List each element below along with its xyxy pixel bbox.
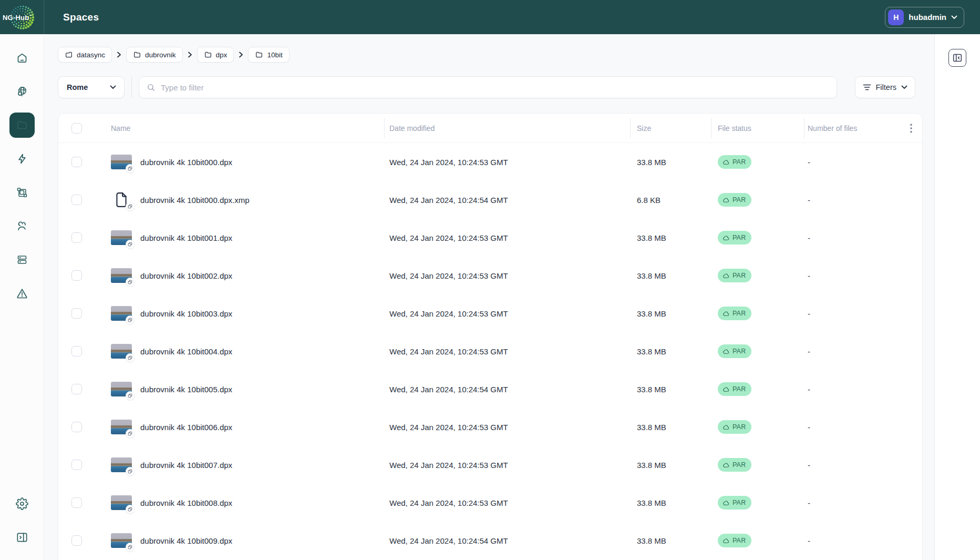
date-modified: Wed, 24 Jan 2024, 10:24:53 GMT: [384, 271, 630, 280]
sidebar-item-settings[interactable]: [5, 487, 39, 521]
row-checkbox[interactable]: [71, 157, 82, 167]
file-icon-wrap: [111, 192, 132, 207]
table-row[interactable]: dubrovnik 4k 10bit005.dpx Wed, 24 Jan 20…: [58, 370, 922, 408]
status-label: PAR: [733, 310, 746, 317]
panel-collapse-icon: [952, 52, 963, 64]
table-row[interactable]: dubrovnik 4k 10bit009.dpx Wed, 24 Jan 20…: [58, 522, 922, 559]
row-checkbox[interactable]: [71, 497, 82, 508]
table-row[interactable]: dubrovnik 4k 10bit004.dpx Wed, 24 Jan 20…: [58, 332, 922, 370]
file-name: dubrovnik 4k 10bit000.dpx.xmp: [140, 196, 250, 205]
copies-badge: [126, 391, 135, 400]
logo-text: NG-Hub™: [3, 13, 33, 21]
status-badge: PAR: [718, 193, 751, 207]
status-badge: PAR: [718, 344, 751, 358]
row-checkbox[interactable]: [71, 346, 82, 357]
date-modified: Wed, 24 Jan 2024, 10:24:53 GMT: [384, 233, 630, 242]
cloud-icon: [723, 273, 730, 279]
status-label: PAR: [733, 272, 746, 279]
date-modified: Wed, 24 Jan 2024, 10:24:54 GMT: [384, 196, 630, 205]
row-checkbox[interactable]: [71, 308, 82, 319]
file-name: dubrovnik 4k 10bit000.dpx: [140, 158, 232, 167]
search-icon: [147, 83, 156, 92]
breadcrumb-item-dpx[interactable]: dpx: [197, 47, 234, 63]
table-row[interactable]: dubrovnik 4k 10bit008.dpx Wed, 24 Jan 20…: [58, 484, 922, 522]
sidebar-item-home[interactable]: [5, 41, 39, 75]
row-checkbox[interactable]: [71, 232, 82, 243]
breadcrumb-item-10bit[interactable]: 10bit: [248, 47, 289, 63]
table-row[interactable]: dubrovnik 4k 10bit003.dpx Wed, 24 Jan 20…: [58, 294, 922, 332]
sidebar-item-files[interactable]: [5, 108, 39, 142]
copies-badge: [126, 202, 135, 211]
collapse-panel-button[interactable]: [948, 49, 966, 67]
search-box: [139, 76, 837, 98]
table-row[interactable]: dubrovnik 4k 10bit000.dpx.xmp Wed, 24 Ja…: [58, 181, 922, 219]
select-all-checkbox[interactable]: [71, 123, 82, 134]
servers-icon: [16, 253, 28, 266]
sidebar-item-alerts[interactable]: [5, 277, 39, 310]
table-options-button[interactable]: [908, 121, 914, 135]
copies-badge: [126, 505, 135, 514]
content: datasync dubrovnik dpx 10bit: [44, 34, 934, 560]
space-selector[interactable]: Rome: [58, 76, 125, 98]
table-row[interactable]: dubrovnik 4k 10bit000.dpx Wed, 24 Jan 20…: [58, 143, 922, 181]
date-modified: Wed, 24 Jan 2024, 10:24:54 GMT: [384, 385, 630, 394]
search-input[interactable]: [161, 83, 829, 92]
sidebar-item-storage[interactable]: [5, 243, 39, 277]
file-count: -: [804, 158, 900, 167]
file-name: dubrovnik 4k 10bit009.dpx: [140, 536, 232, 545]
date-modified: Wed, 24 Jan 2024, 10:24:53 GMT: [384, 158, 630, 167]
sidebar-item-discover[interactable]: [5, 75, 39, 108]
copy-icon: [128, 393, 132, 398]
sidebar-item-users[interactable]: [5, 209, 39, 243]
copy-icon: [128, 545, 132, 549]
breadcrumb-item-datasync[interactable]: datasync: [58, 47, 112, 63]
cloud-icon: [723, 235, 730, 241]
row-checkbox[interactable]: [71, 270, 82, 281]
row-checkbox[interactable]: [71, 535, 82, 546]
status-label: PAR: [733, 423, 746, 431]
cloud-icon: [723, 197, 730, 203]
copy-icon: [128, 355, 132, 360]
warning-icon: [16, 287, 28, 300]
breadcrumb-item-dubrovnik[interactable]: dubrovnik: [126, 47, 183, 63]
table-row[interactable]: dubrovnik 4k 10bit001.dpx Wed, 24 Jan 20…: [58, 219, 922, 257]
expand-sidebar-button[interactable]: [5, 521, 39, 554]
folder-icon: [16, 119, 28, 131]
sidebar-item-workflows[interactable]: [5, 176, 39, 209]
row-checkbox[interactable]: [71, 195, 82, 205]
file-icon-wrap: [111, 230, 132, 245]
row-checkbox[interactable]: [71, 384, 82, 394]
user-menu[interactable]: H hubadmin: [885, 7, 964, 28]
table-row[interactable]: dubrovnik 4k 10bit002.dpx Wed, 24 Jan 20…: [58, 257, 922, 294]
file-icon-wrap: [111, 420, 132, 434]
file-count: -: [804, 536, 900, 545]
breadcrumb-label: dpx: [216, 51, 228, 59]
status-label: PAR: [733, 158, 746, 166]
row-checkbox[interactable]: [71, 422, 82, 432]
table-body: dubrovnik 4k 10bit000.dpx Wed, 24 Jan 20…: [58, 143, 922, 559]
folder-icon: [255, 50, 263, 59]
table-row[interactable]: dubrovnik 4k 10bit006.dpx Wed, 24 Jan 20…: [58, 408, 922, 446]
cloud-icon: [723, 500, 730, 506]
status-badge: PAR: [718, 420, 751, 434]
table-row[interactable]: dubrovnik 4k 10bit007.dpx Wed, 24 Jan 20…: [58, 446, 922, 484]
space-selector-value: Rome: [67, 83, 88, 91]
row-checkbox[interactable]: [71, 460, 82, 470]
status-label: PAR: [733, 499, 746, 506]
file-name: dubrovnik 4k 10bit005.dpx: [140, 385, 232, 394]
file-size: 33.8 MB: [630, 536, 711, 545]
breadcrumb-label: datasync: [77, 51, 105, 59]
file-size: 33.8 MB: [630, 347, 711, 356]
date-modified: Wed, 24 Jan 2024, 10:24:53 GMT: [384, 347, 630, 356]
breadcrumb: datasync dubrovnik dpx 10bit: [58, 47, 923, 63]
copies-badge: [126, 315, 135, 324]
file-name: dubrovnik 4k 10bit007.dpx: [140, 461, 232, 470]
filters-button[interactable]: Filters: [855, 76, 915, 98]
sidebar-item-activity[interactable]: [5, 142, 39, 176]
app-logo[interactable]: NG-Hub™: [0, 0, 44, 34]
home-icon: [16, 52, 28, 64]
date-modified: Wed, 24 Jan 2024, 10:24:53 GMT: [384, 423, 630, 432]
folder-icon: [133, 50, 141, 59]
panel-expand-icon: [15, 531, 29, 544]
file-count: -: [804, 423, 900, 432]
